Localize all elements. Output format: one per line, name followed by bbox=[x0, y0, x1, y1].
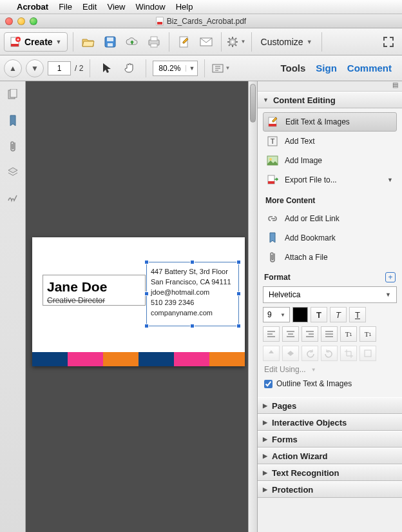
page-number-input[interactable] bbox=[48, 61, 71, 75]
align-center-button[interactable] bbox=[282, 326, 299, 342]
section-forms[interactable]: ▶ Forms bbox=[258, 431, 402, 448]
svg-point-33 bbox=[269, 158, 272, 161]
menu-file[interactable]: File bbox=[59, 2, 72, 12]
window-title: Biz_Cards_Acrobat.pdf bbox=[167, 17, 246, 26]
comment-link[interactable]: Comment bbox=[347, 63, 392, 74]
replace-image-button[interactable] bbox=[359, 346, 376, 361]
tool-attach-file[interactable]: Attach a File bbox=[263, 248, 397, 267]
tool-label: Edit Text & Images bbox=[285, 117, 350, 126]
arrow-down-icon: ▼ bbox=[31, 64, 39, 73]
flip-v-button[interactable] bbox=[263, 346, 280, 361]
outline-checkbox[interactable] bbox=[264, 380, 273, 388]
edit-doc-button[interactable] bbox=[175, 32, 194, 52]
align-right-icon bbox=[305, 330, 314, 338]
read-mode-icon bbox=[212, 64, 224, 73]
section-label: Forms bbox=[272, 435, 298, 444]
page-pencil-icon bbox=[178, 35, 191, 48]
section-action-wizard[interactable]: ▶ Action Wizard bbox=[258, 448, 402, 464]
bold-button[interactable]: T bbox=[311, 307, 327, 322]
align-center-icon bbox=[286, 330, 295, 338]
page-up-button[interactable]: ▲ bbox=[4, 59, 22, 77]
font-size-select[interactable]: 9 ▼ bbox=[263, 307, 290, 322]
layers-tab[interactable] bbox=[6, 165, 20, 179]
expand-format-button[interactable]: + bbox=[385, 272, 396, 282]
align-justify-button[interactable] bbox=[321, 326, 338, 342]
chevron-right-icon: ▶ bbox=[263, 453, 267, 459]
edit-using-select[interactable]: Edit Using... ▼ bbox=[264, 365, 396, 374]
superscript-button[interactable]: T1 bbox=[340, 326, 357, 342]
svg-text:+: + bbox=[17, 37, 19, 42]
menu-view[interactable]: View bbox=[107, 2, 125, 12]
settings-button[interactable]: ▼ bbox=[227, 32, 246, 52]
tool-add-image[interactable]: Add Image bbox=[263, 151, 397, 170]
create-pdf-icon: + bbox=[10, 36, 21, 48]
save-button[interactable] bbox=[100, 32, 120, 52]
italic-button[interactable]: T bbox=[330, 307, 347, 322]
section-pages[interactable]: ▶ Pages bbox=[258, 397, 402, 414]
underline-button[interactable]: T bbox=[349, 307, 366, 322]
hand-tool-button[interactable] bbox=[120, 59, 139, 78]
bookmarks-tab[interactable] bbox=[6, 113, 20, 128]
crop-button[interactable] bbox=[340, 346, 357, 361]
cloud-upload-button[interactable] bbox=[122, 32, 142, 52]
menu-edit[interactable]: Edit bbox=[82, 2, 97, 12]
svg-rect-48 bbox=[365, 350, 371, 357]
bookmark-icon bbox=[267, 232, 278, 244]
gear-icon bbox=[227, 36, 238, 48]
expand-icon bbox=[383, 36, 394, 48]
svg-rect-6 bbox=[108, 43, 113, 46]
tool-add-bookmark[interactable]: Add Bookmark bbox=[263, 228, 397, 248]
rotate-ccw-icon bbox=[305, 349, 314, 358]
subscript-button[interactable]: T1 bbox=[359, 326, 376, 342]
align-left-button[interactable] bbox=[263, 326, 280, 342]
tool-add-text[interactable]: T Add Text bbox=[263, 132, 397, 151]
select-tool-button[interactable] bbox=[97, 59, 116, 78]
scrollbar-thumb[interactable] bbox=[250, 84, 256, 123]
flip-h-button[interactable] bbox=[282, 346, 299, 361]
create-button[interactable]: + Create ▼ bbox=[4, 32, 68, 52]
menu-help[interactable]: Help bbox=[176, 2, 193, 12]
section-label: Protection bbox=[272, 485, 313, 495]
menubar-app[interactable]: Acrobat bbox=[17, 2, 48, 12]
section-content-editing[interactable]: ▼ Content Editing bbox=[258, 92, 402, 108]
menu-window[interactable]: Window bbox=[135, 2, 165, 12]
document-area[interactable]: Jane Doe Creative Director 447 Battery S… bbox=[26, 81, 257, 532]
window-titlebar: Biz_Cards_Acrobat.pdf bbox=[0, 14, 402, 28]
name-text-box[interactable]: Jane Doe Creative Director bbox=[43, 275, 146, 306]
section-text-recognition[interactable]: ▶ Text Recognition bbox=[258, 464, 402, 481]
chevron-down-icon: ▼ bbox=[225, 65, 230, 71]
tool-edit-text-images[interactable]: Edit Text & Images bbox=[263, 112, 397, 132]
chevron-down-icon: ▼ bbox=[56, 39, 62, 45]
font-family-select[interactable]: Helvetica ▼ bbox=[263, 286, 397, 303]
pdf-page[interactable]: Jane Doe Creative Director 447 Battery S… bbox=[32, 237, 245, 366]
paperclip-icon bbox=[8, 140, 17, 153]
tools-link[interactable]: Tools bbox=[280, 63, 305, 74]
page-down-button[interactable]: ▼ bbox=[26, 59, 44, 77]
tool-add-edit-link[interactable]: Add or Edit Link bbox=[263, 209, 397, 228]
section-protection[interactable]: ▶ Protection bbox=[258, 481, 402, 498]
format-label: Format bbox=[264, 273, 291, 282]
rotate-cw-button[interactable] bbox=[321, 346, 338, 361]
zoom-select[interactable]: 80.2% ▼ bbox=[153, 61, 198, 76]
create-label: Create bbox=[24, 37, 53, 47]
email-button[interactable] bbox=[196, 32, 216, 52]
print-button[interactable] bbox=[144, 32, 164, 52]
customize-button[interactable]: Customize ▼ bbox=[257, 37, 316, 47]
rotate-ccw-button[interactable] bbox=[302, 346, 318, 361]
fullscreen-button[interactable] bbox=[379, 32, 398, 52]
signatures-tab[interactable] bbox=[6, 191, 20, 205]
selected-text-frame[interactable]: 447 Battery St, 3rd Floor San Francisco,… bbox=[146, 262, 239, 326]
section-interactive-objects[interactable]: ▶ Interactive Objects bbox=[258, 414, 402, 431]
page-total-label: / 2 bbox=[75, 64, 83, 73]
thumbnails-tab[interactable] bbox=[6, 88, 20, 102]
align-right-button[interactable] bbox=[302, 326, 318, 342]
font-color-swatch[interactable] bbox=[292, 307, 308, 322]
card-name: Jane Doe bbox=[47, 279, 141, 295]
sign-link[interactable]: Sign bbox=[316, 63, 337, 74]
tool-export-file[interactable]: Export File to... ▼ bbox=[263, 170, 397, 190]
read-mode-button[interactable]: ▼ bbox=[211, 59, 231, 78]
open-button[interactable] bbox=[79, 32, 98, 52]
vertical-scrollbar[interactable] bbox=[248, 81, 257, 532]
panel-options-button[interactable]: ▤ bbox=[258, 81, 402, 92]
attachments-tab[interactable] bbox=[6, 139, 20, 153]
